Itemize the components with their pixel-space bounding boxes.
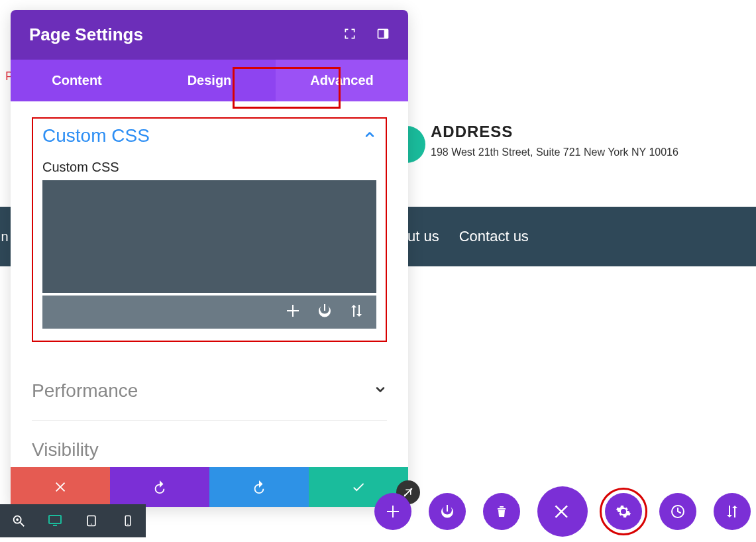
custom-css-title[interactable]: Custom CSS	[42, 125, 150, 146]
bg-decorative-dot	[407, 126, 425, 163]
power-icon[interactable]	[317, 303, 333, 321]
settings-button[interactable]	[605, 493, 642, 530]
svg-point-12	[127, 524, 129, 525]
expand-icon[interactable]	[343, 27, 356, 43]
tablet-view-icon[interactable]	[83, 513, 99, 529]
zoom-icon[interactable]	[11, 513, 27, 529]
panel-body: Custom CSS Custom CSS Performance Visibi…	[11, 101, 408, 467]
view-controls-bar	[0, 504, 146, 537]
tab-content[interactable]: Content	[11, 60, 143, 101]
svg-point-10	[91, 523, 92, 525]
svg-rect-8	[53, 525, 57, 526]
cancel-button[interactable]	[11, 467, 110, 507]
desktop-view-icon[interactable]	[47, 513, 63, 529]
nav-edge-fragment: n	[0, 207, 9, 266]
snap-right-icon[interactable]	[376, 27, 390, 43]
custom-css-section: Custom CSS Custom CSS	[32, 117, 387, 342]
sort-icon[interactable]	[349, 303, 364, 321]
nav-item-contact[interactable]: Contact us	[459, 228, 529, 245]
plus-icon[interactable]	[285, 303, 301, 321]
swap-button[interactable]	[714, 493, 751, 530]
svg-rect-1	[384, 29, 388, 38]
chevron-down-icon	[374, 383, 387, 399]
address-heading: ADDRESS	[431, 123, 678, 141]
panel-header: Page Settings	[11, 10, 408, 60]
performance-title: Performance	[32, 380, 138, 402]
custom-css-label: Custom CSS	[42, 160, 376, 175]
address-text: 198 West 21th Street, Suite 721 New York…	[431, 146, 678, 158]
panel-title: Page Settings	[29, 25, 143, 45]
nav-item-about[interactable]: ut us	[407, 228, 439, 245]
visibility-title: Visibility	[32, 439, 99, 461]
undo-button[interactable]	[110, 467, 209, 507]
css-editor-toolbar	[42, 296, 376, 329]
history-button[interactable]	[659, 493, 696, 530]
close-builder-button[interactable]	[537, 486, 588, 537]
svg-line-5	[20, 523, 24, 527]
tab-advanced[interactable]: Advanced	[276, 60, 408, 101]
performance-section[interactable]: Performance	[32, 362, 387, 421]
mobile-view-icon[interactable]	[120, 513, 136, 529]
power-button[interactable]	[429, 493, 466, 530]
chevron-up-icon[interactable]	[363, 128, 376, 144]
visibility-section[interactable]: Visibility	[32, 421, 387, 461]
svg-rect-7	[49, 515, 61, 523]
panel-footer	[11, 467, 408, 507]
add-button[interactable]	[374, 493, 411, 530]
page-settings-panel: Page Settings Content Design Advanced Cu…	[11, 10, 408, 507]
trash-button[interactable]	[483, 493, 520, 530]
redo-button[interactable]	[209, 467, 309, 507]
panel-tabs: Content Design Advanced	[11, 60, 408, 101]
svg-point-6	[16, 518, 19, 521]
custom-css-input[interactable]	[42, 180, 376, 293]
builder-action-bar	[374, 486, 751, 537]
tab-design[interactable]: Design	[143, 60, 276, 101]
address-block: ADDRESS 198 West 21th Street, Suite 721 …	[431, 123, 678, 158]
